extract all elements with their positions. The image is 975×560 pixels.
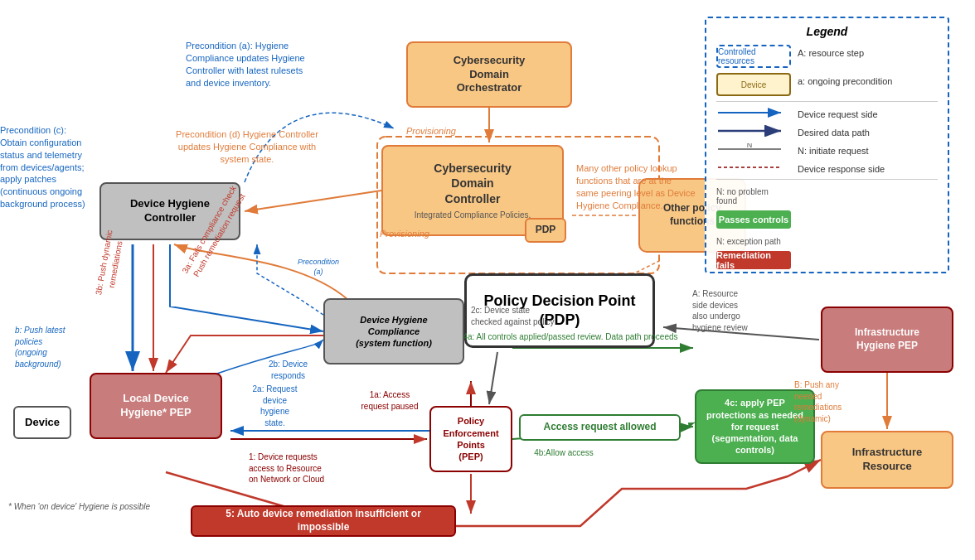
legend-desired-path-row: Desired data path [716, 124, 938, 138]
legend-ongoing-precondition-label: a: ongoing precondition [798, 73, 892, 86]
legend-passes-controls-row: Passes controls [716, 210, 938, 229]
step-b-label: b: Push latest policies (ongoing backgro… [15, 325, 90, 369]
infrastructure-hygiene-pep-box: Infrastructure Hygiene PEP [821, 307, 953, 373]
dhcontroller-label: Device Hygiene Controller [130, 197, 210, 225]
localdevice-label: Local Device Hygiene* PEP [120, 392, 191, 420]
device-on-device-label: * When 'on device' Hygiene is possible [8, 501, 170, 513]
legend-desired-path-label: Desired data path [798, 124, 870, 138]
provisioning-label: Provisioning [380, 228, 429, 240]
legend-device-request-label: Device request side [798, 106, 878, 119]
step-b-infra-label: B: Push any needed remediations (dynamic… [794, 379, 873, 424]
legend-no-problem-row: N: no problem found [716, 184, 938, 205]
infrahygiene-label: Infrastructure Hygiene PEP [855, 326, 919, 352]
step-a-resource-label: A: Resource side devices also undergo hy… [692, 288, 788, 333]
precondition-d-label: Precondition (d) Hygiene Controller upda… [156, 128, 338, 166]
step-2c-label: 2c: Device state checked against policy [471, 305, 591, 327]
local-device-hygiene-pep-box: Local Device Hygiene* PEP [90, 373, 222, 439]
legend-remediation-fails-shape: Remediation fails [716, 251, 791, 269]
autoremediation-label: 5: Auto device remediation insufficient … [201, 508, 446, 533]
policy-enforcement-points-box: Policy Enforcement Points (PEP) [429, 406, 512, 472]
legend-resource-step-label: A: resource step [798, 45, 864, 58]
legend-exception-row: N: exception path [716, 234, 938, 246]
diagram: Provisioning expanding Cybersecurity Dom… [0, 0, 975, 560]
legend-device-response-label: Device response side [798, 161, 885, 174]
precondition-a-label: Precondition (a): Hygiene Compliance upd… [186, 40, 368, 89]
other-policy-note-label: Many other policy lookup functions that … [576, 162, 725, 211]
legend-device-row: Device a: ongoing precondition [716, 73, 938, 96]
step-1a-label: 1a: Access request paused [357, 389, 423, 412]
legend-device-response-row: Device response side [716, 161, 938, 174]
access-request-allowed-box: Access request allowed [519, 414, 681, 441]
precondition-a-arrow-label: Precondition (a) [293, 257, 343, 277]
svg-line-9 [245, 191, 381, 211]
legend-passes-controls-shape: Passes controls [716, 210, 791, 229]
legend-box: Legend Controlled resources A: resource … [705, 17, 949, 273]
precondition-c-label: Precondition (c): Obtain configuration s… [0, 124, 129, 210]
pep-label: Policy Enforcement Points (PEP) [443, 415, 498, 462]
legend-initiate-request-row: N N: initiate request [716, 142, 938, 156]
legend-device-response-arrow [716, 162, 791, 173]
dhcompliance-label: Device Hygiene Compliance (system functi… [356, 314, 432, 350]
step-1-label: 1: Device requests access to Resource on… [249, 451, 386, 485]
legend-controlled-resources-shape: Controlled resources [716, 45, 791, 68]
orchestrator-label: Cybersecurity Domain Orchestrator [454, 54, 526, 96]
legend-device-request-arrow [716, 107, 791, 118]
svg-line-14 [489, 352, 497, 404]
step-4a-label: 4a: All controls applied/passed review. … [463, 331, 678, 343]
legend-initiate-label: N: initiate request [798, 142, 869, 156]
pdp-inside-label-box: PDP [525, 218, 566, 243]
step-2a-label: 2a: Request device hygiene state. [244, 384, 306, 428]
auto-device-remediation-box: 5: Auto device remediation insufficient … [191, 505, 456, 537]
controller-label: Cybersecurity Domain Controller [415, 161, 531, 206]
legend-device-shape: Device [716, 73, 791, 96]
svg-text:Provisioning: Provisioning [406, 126, 457, 136]
svg-text:N: N [747, 143, 753, 149]
legend-exception-text: N: exception path [716, 234, 791, 246]
legend-initiate-arrow: N [716, 143, 791, 155]
device-label: Device [25, 416, 60, 430]
legend-remediation-fails-row: Remediation fails [716, 251, 938, 269]
legend-controlled-resources-row: Controlled resources A: resource step [716, 45, 938, 68]
legend-desired-path-arrow [716, 125, 791, 137]
pdp-inside-label: PDP [536, 224, 556, 237]
legend-device-request-row: Device request side [716, 106, 938, 119]
controller-sublabel: Integrated Compliance Policies. [415, 210, 531, 220]
device-hygiene-compliance-box: Device Hygiene Compliance (system functi… [323, 298, 464, 364]
step-2b-label: 2b: Device responds [257, 359, 319, 381]
infraresource-label: Infrastructure Resource [852, 446, 923, 474]
legend-no-problem-text: N: no problem found [716, 184, 791, 205]
device-box: Device [13, 406, 71, 439]
infrastructure-resource-box: Infrastructure Resource [821, 431, 953, 489]
applyprotections-label: 4c: apply PEP protections as needed for … [706, 397, 803, 456]
legend-title: Legend [716, 25, 938, 38]
cybersecurity-domain-orchestrator-box: Cybersecurity Domain Orchestrator [406, 41, 572, 108]
accessallowed-label: Access request allowed [543, 421, 656, 434]
step-4b-label: 4b:Allow access [522, 447, 605, 459]
